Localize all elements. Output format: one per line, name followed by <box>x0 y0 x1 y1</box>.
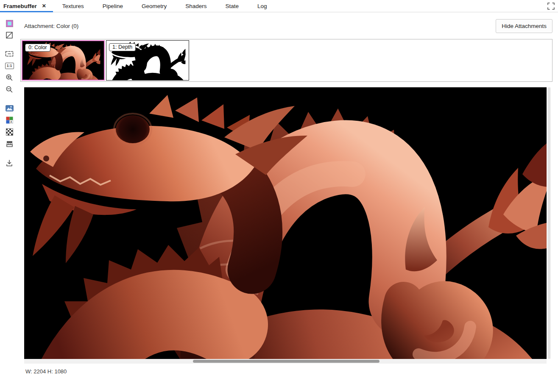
tab-framebuffer[interactable]: Framebuffer ✕ <box>0 0 53 12</box>
left-toolbar: 1:1 A <box>0 13 19 169</box>
horizontal-scrollbar[interactable] <box>24 359 547 364</box>
zoom-fit-icon[interactable] <box>3 48 16 59</box>
color-swatch-icon[interactable] <box>3 18 16 29</box>
attachment-chip: 0: Color <box>25 44 50 52</box>
framebuffer-viewport[interactable] <box>24 87 547 359</box>
vertical-scrollbar-thumb[interactable] <box>548 87 550 359</box>
hide-attachments-button[interactable]: Hide Attachments <box>496 19 552 33</box>
vertical-scrollbar[interactable] <box>547 87 551 359</box>
tab-state[interactable]: State <box>216 0 248 12</box>
attachment-chip: 1: Depth <box>109 43 136 51</box>
no-alpha-icon[interactable] <box>3 30 16 41</box>
flip-icon[interactable] <box>3 138 16 149</box>
horizontal-scrollbar-thumb[interactable] <box>193 360 379 363</box>
zoom-original-icon[interactable]: 1:1 <box>3 60 16 71</box>
tab-log[interactable]: Log <box>248 0 276 12</box>
framebuffer-panel: Attachment: Color (0) Hide Attachments 0… <box>19 13 558 375</box>
framebuffer-image <box>24 87 547 359</box>
attachments-strip: 0: Color 1: Depth <box>20 39 552 82</box>
zoom-in-icon[interactable] <box>3 72 16 83</box>
save-icon[interactable] <box>3 158 16 169</box>
tab-framebuffer-label: Framebuffer <box>3 3 37 9</box>
image-icon[interactable] <box>3 103 16 114</box>
tab-bar: Framebuffer ✕ Textures Pipeline Geometry… <box>0 0 558 12</box>
alpha-letter: A <box>10 120 12 123</box>
tab-pipeline[interactable]: Pipeline <box>93 0 132 12</box>
zoom-out-icon[interactable] <box>3 84 16 95</box>
attachment-thumbnail-color[interactable]: 0: Color <box>22 40 105 81</box>
tab-textures[interactable]: Textures <box>53 0 93 12</box>
attachment-thumbnail-depth[interactable]: 1: Depth <box>106 40 189 81</box>
checkerboard-icon[interactable] <box>3 126 16 137</box>
tab-shaders[interactable]: Shaders <box>176 0 216 12</box>
tab-geometry[interactable]: Geometry <box>132 0 176 12</box>
close-tab-icon[interactable]: ✕ <box>41 3 47 9</box>
channels-icon[interactable]: A <box>3 114 16 125</box>
attachment-header: Attachment: Color (0) Hide Attachments <box>19 13 558 39</box>
image-dimensions: W: 2204 H: 1080 <box>25 368 67 375</box>
fullscreen-icon[interactable] <box>546 2 555 11</box>
status-bar: W: 2204 H: 1080 <box>25 368 558 375</box>
attachment-label: Attachment: Color (0) <box>24 23 78 29</box>
